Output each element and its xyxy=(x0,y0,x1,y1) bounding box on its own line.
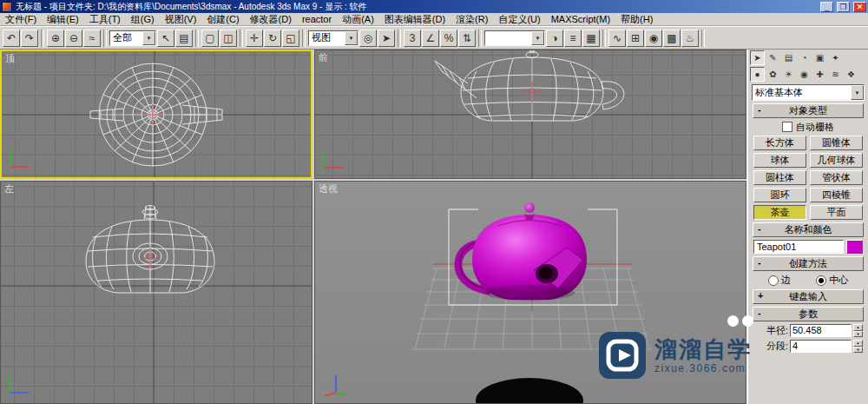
spinner-snap-icon[interactable]: ⇅ xyxy=(458,30,476,47)
object-type-button[interactable]: 四棱锥 xyxy=(810,188,863,202)
helpers-icon[interactable]: ✚ xyxy=(812,67,827,82)
maximize-button[interactable]: ❐ xyxy=(837,2,850,12)
select-by-name-icon[interactable]: ▤ xyxy=(175,30,193,47)
shapes-icon[interactable]: ✿ xyxy=(766,67,780,82)
menu-item[interactable]: 渲染(R) xyxy=(450,13,493,26)
curve-editor-icon[interactable]: ∿ xyxy=(608,30,626,47)
object-type-button[interactable]: 平面 xyxy=(810,205,863,220)
object-type-button[interactable]: 圆柱体 xyxy=(753,170,806,185)
object-type-button[interactable]: 圆锥体 xyxy=(810,136,863,150)
select-object-icon[interactable]: ↖ xyxy=(157,30,174,47)
object-color-swatch[interactable] xyxy=(846,240,863,254)
object-name-input[interactable]: Teapot01 xyxy=(753,240,844,254)
reference-coordinate-dropdown[interactable]: 视图 xyxy=(308,30,358,46)
systems-icon[interactable]: ❖ xyxy=(844,67,858,82)
viewport-left[interactable]: 左 xyxy=(0,181,312,404)
viewport-front[interactable]: 前 xyxy=(314,50,746,179)
select-and-manipulate-icon[interactable]: ➤ xyxy=(378,30,395,47)
select-and-scale-icon[interactable]: ◱ xyxy=(282,30,299,47)
render-setup-icon[interactable]: ▩ xyxy=(663,30,681,47)
creation-method-radio[interactable]: 边 xyxy=(768,274,791,287)
material-editor-icon[interactable]: ◉ xyxy=(645,30,662,47)
menu-item[interactable]: 视图(V) xyxy=(160,13,202,26)
autogrid-checkbox[interactable] xyxy=(782,122,792,132)
create-tab[interactable]: ➤ xyxy=(750,50,765,65)
cameras-icon[interactable]: ◉ xyxy=(797,67,812,82)
spinner-down-icon[interactable] xyxy=(853,347,863,354)
object-type-button[interactable]: 圆环 xyxy=(753,188,806,202)
category-dropdown[interactable]: 标准基本体 xyxy=(752,84,865,101)
layer-manager-icon[interactable]: ▦ xyxy=(582,30,600,47)
motion-tab[interactable]: ◔ xyxy=(797,50,812,65)
menu-item[interactable]: 帮助(H) xyxy=(615,13,658,26)
spinner-control[interactable] xyxy=(853,324,863,337)
utilities-tab[interactable]: ✦ xyxy=(828,50,843,65)
angle-snap-icon[interactable]: ∠ xyxy=(422,30,439,47)
object-type-button[interactable]: 几何球体 xyxy=(810,153,863,168)
viewport-left-label[interactable]: 左 xyxy=(4,182,14,195)
window-crossing-icon[interactable]: ◫ xyxy=(220,30,237,47)
spinner-down-icon[interactable] xyxy=(853,331,863,338)
radio-icon[interactable] xyxy=(768,275,779,286)
rollout-creation-method[interactable]: - 创建方法 xyxy=(753,256,864,271)
viewport-front-label[interactable]: 前 xyxy=(319,51,328,64)
object-type-button[interactable]: 茶壶 xyxy=(753,205,806,220)
align-icon[interactable]: ≡ xyxy=(564,30,582,47)
object-type-button[interactable]: 球体 xyxy=(753,153,806,168)
rollout-parameters[interactable]: - 参数 xyxy=(753,307,864,321)
mirror-icon[interactable]: ◑ xyxy=(546,30,563,47)
chevron-down-icon[interactable] xyxy=(851,85,864,100)
unlink-selection-icon[interactable]: ⊖ xyxy=(65,30,82,47)
menu-item[interactable]: 工具(T) xyxy=(84,13,126,26)
schematic-view-icon[interactable]: ⊞ xyxy=(627,30,644,47)
close-button[interactable]: ✕ xyxy=(853,2,866,12)
use-pivot-point-center-icon[interactable]: ◎ xyxy=(359,30,377,47)
menu-item[interactable]: 创建(C) xyxy=(201,13,244,26)
object-type-button[interactable]: 长方体 xyxy=(753,136,806,150)
rollout-keyboard-entry[interactable]: + 键盘输入 xyxy=(753,289,864,304)
minimize-button[interactable]: _ xyxy=(820,2,833,12)
radio-icon[interactable] xyxy=(816,275,826,286)
space-warps-icon[interactable]: ≋ xyxy=(828,67,843,82)
display-tab[interactable]: ▣ xyxy=(812,50,827,65)
viewport-perspective-label[interactable]: 透视 xyxy=(319,182,338,195)
undo-icon[interactable]: ↶ xyxy=(3,30,20,47)
quick-render-icon[interactable]: ♨ xyxy=(681,30,699,47)
bind-to-space-warp-icon[interactable]: ≈ xyxy=(83,30,101,47)
menu-item[interactable]: 文件(F) xyxy=(0,13,42,26)
menu-item[interactable]: 图表编辑器(D) xyxy=(379,13,450,26)
viewport-top-label[interactable]: 顶 xyxy=(5,52,15,65)
rectangular-selection-region-icon[interactable]: ▢ xyxy=(201,30,219,47)
menu-item[interactable]: MAXScript(M) xyxy=(546,13,615,26)
parameter-value-field[interactable]: 4 xyxy=(790,340,852,353)
chevron-down-icon[interactable] xyxy=(142,31,155,45)
parameter-value-field[interactable]: 50.458 xyxy=(790,324,852,337)
redo-icon[interactable]: ↷ xyxy=(21,30,38,47)
rollout-object-type[interactable]: - 对象类型 xyxy=(753,103,864,118)
geometry-icon[interactable]: ● xyxy=(750,67,765,82)
rollout-name-and-color[interactable]: - 名称和颜色 xyxy=(753,222,864,237)
select-and-move-icon[interactable]: ✛ xyxy=(246,30,263,47)
viewport-top[interactable]: 顶 xyxy=(0,50,312,179)
spinner-up-icon[interactable] xyxy=(853,340,863,347)
chevron-down-icon[interactable] xyxy=(345,31,358,45)
spinner-control[interactable] xyxy=(853,340,863,353)
named-selection-sets-dropdown[interactable] xyxy=(484,30,545,46)
menu-item[interactable]: 组(G) xyxy=(126,13,160,26)
menu-item[interactable]: 编辑(E) xyxy=(42,13,84,26)
creation-method-radio[interactable]: 中心 xyxy=(816,274,848,287)
snap-toggle-3d-icon[interactable]: 3 xyxy=(404,30,421,47)
menu-item[interactable]: 动画(A) xyxy=(337,13,379,26)
modify-tab[interactable]: ✎ xyxy=(766,50,780,65)
menu-item[interactable]: 修改器(D) xyxy=(245,13,297,26)
object-type-button[interactable]: 管状体 xyxy=(810,170,863,185)
chevron-down-icon[interactable] xyxy=(531,31,544,45)
lights-icon[interactable]: ☀ xyxy=(781,67,796,82)
menu-item[interactable]: reactor xyxy=(297,13,337,26)
spinner-up-icon[interactable] xyxy=(853,324,863,331)
percent-snap-icon[interactable]: % xyxy=(440,30,457,47)
menu-item[interactable]: 自定义(U) xyxy=(493,13,545,26)
hierarchy-tab[interactable]: ▤ xyxy=(781,50,796,65)
selection-filter-dropdown[interactable]: 全部 xyxy=(109,30,156,46)
select-and-rotate-icon[interactable]: ↻ xyxy=(264,30,281,47)
